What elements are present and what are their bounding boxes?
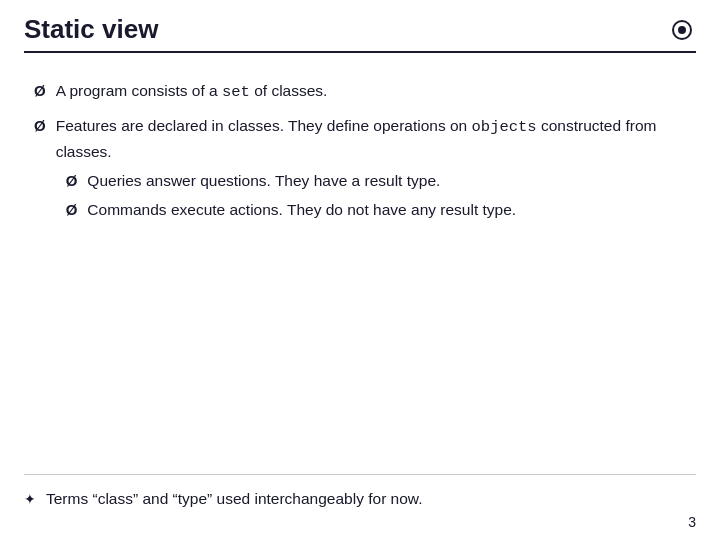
footer-text: Terms “class” and “type” used interchang…: [46, 487, 696, 510]
slide-header: Static view: [24, 14, 696, 53]
footer-item: ✦ Terms “class” and “type” used intercha…: [24, 487, 696, 510]
sub-bullet-list: Ø Queries answer questions. They have a …: [66, 169, 686, 222]
bullet-marker-2: Ø: [34, 115, 46, 138]
svg-point-1: [679, 27, 685, 33]
bullet-item-2: Ø Features are declared in classes. They…: [34, 114, 686, 228]
slide-title: Static view: [24, 14, 158, 45]
bullet-text-1: A program consists of a set of classes.: [56, 79, 686, 104]
bullet-marker-1: Ø: [34, 80, 46, 103]
sub-bullet-text-1: Queries answer questions. They have a re…: [87, 169, 686, 192]
bullet-item-1: Ø A program consists of a set of classes…: [34, 79, 686, 104]
main-bullet-list: Ø A program consists of a set of classes…: [34, 79, 686, 228]
bullet-text-2: Features are declared in classes. They d…: [56, 114, 686, 228]
slide-content: Ø A program consists of a set of classes…: [24, 61, 696, 254]
sub-bullet-text-2: Commands execute actions. They do not ha…: [87, 198, 686, 221]
page-number: 3: [688, 514, 696, 530]
circle-icon: [668, 16, 696, 44]
diamond-icon: ✦: [24, 489, 36, 510]
footer-section: ✦ Terms “class” and “type” used intercha…: [24, 474, 696, 510]
slide-container: Static view Ø A program consists of a se…: [0, 0, 720, 540]
sub-bullet-marker-1: Ø: [66, 170, 78, 193]
sub-bullet-marker-2: Ø: [66, 199, 78, 222]
sub-bullet-item-1: Ø Queries answer questions. They have a …: [66, 169, 686, 193]
sub-bullet-item-2: Ø Commands execute actions. They do not …: [66, 198, 686, 222]
